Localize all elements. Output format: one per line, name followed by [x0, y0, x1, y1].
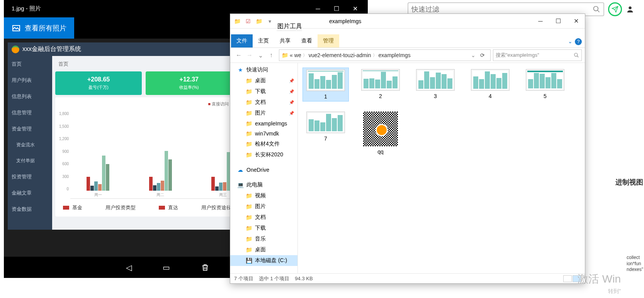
sidebar-item: 资金流水 [8, 137, 52, 153]
app-logo-icon [12, 46, 19, 53]
address-dropdown-icon[interactable]: ⌄ [471, 52, 476, 58]
tab-share[interactable]: 共享 [274, 34, 296, 47]
qat-folder[interactable]: 📁 [254, 17, 263, 26]
sidebar-item: 投资管理 [8, 169, 52, 185]
search-icon[interactable] [593, 5, 600, 13]
view-mode-label: 进制视图 [615, 178, 643, 187]
file-thumbnail[interactable]: 2 [357, 68, 404, 102]
help-icon[interactable]: ? [575, 38, 582, 45]
tab-home[interactable]: 主页 [253, 34, 274, 47]
status-item-count: 7 个项目 [234, 275, 253, 282]
nav-item[interactable]: 📁文档📌 [230, 97, 297, 108]
invest-type-label: 用户投资类型 [105, 204, 136, 211]
nav-item[interactable]: 📁exampleImgs [230, 119, 297, 129]
recent-dropdown[interactable]: ⌄ [255, 50, 266, 61]
breadcrumb-seg[interactable]: vue2-element-touzi-admin [309, 52, 371, 58]
sidebar-item: 信息管理 [8, 105, 52, 121]
file-area[interactable]: 123457qq [298, 63, 585, 273]
dashboard-title: xxx金融后台管理系统 [22, 45, 81, 53]
nav-this-pc[interactable]: 💻此电脑 [230, 179, 297, 190]
collection-button[interactable]: ▭ [163, 263, 170, 272]
minimize-button[interactable]: ─ [532, 15, 549, 27]
file-thumbnail[interactable]: 7 [302, 110, 349, 156]
bar-group: 周一 [70, 156, 126, 191]
filter-input[interactable] [411, 5, 593, 14]
maximize-button[interactable]: ☐ [549, 15, 567, 27]
user-icon[interactable] [626, 5, 634, 14]
forward-button[interactable]: → [244, 50, 255, 61]
address-bar[interactable]: 📁 « we 〉 vue2-element-touzi-admin 〉 exam… [279, 49, 491, 61]
nav-item[interactable]: 📁图片 [230, 201, 297, 212]
nav-pane[interactable]: ★快速访问 📁桌面📌📁下载📌📁文档📌📁图片📌📁exampleImgs📁win7v… [230, 63, 298, 273]
nav-item[interactable]: 📁文档 [230, 212, 297, 223]
folder-icon: 📁 [282, 52, 288, 58]
search-icon[interactable] [574, 52, 579, 58]
nav-item[interactable]: 📁桌面📌 [230, 75, 297, 86]
delete-button[interactable] [201, 263, 209, 272]
dashboard-sidebar: 首页 用户列表 信息列表 信息管理 资金管理 资金流水 支付单据 投资管理 金融… [8, 56, 52, 230]
explorer-title: exampleImgs [302, 18, 532, 24]
code-fragment: collection*funndexes" [627, 255, 643, 273]
sidebar-item: 信息列表 [8, 88, 52, 105]
file-thumbnail[interactable]: 3 [412, 68, 459, 102]
sidebar-item: 用户列表 [8, 72, 52, 88]
close-button[interactable]: ✕ [567, 15, 585, 27]
nav-item[interactable]: 📁下载📌 [230, 86, 297, 97]
tab-view[interactable]: 查看 [296, 34, 318, 47]
qat-dropdown[interactable]: ▾ [265, 17, 274, 26]
nav-item[interactable]: 📁下载 [230, 223, 297, 234]
nav-item[interactable]: 📁win7vmdk [230, 129, 297, 139]
refresh-button[interactable]: ⟳ [477, 52, 488, 58]
stat-card: +208.65盈亏(千万) [55, 71, 142, 95]
back-button[interactable]: ← [233, 50, 244, 61]
folder-icon[interactable]: 📁 [233, 17, 242, 26]
explorer-window: 📁 ☑ 📁 ▾ 图片工具 exampleImgs ─ ☐ ✕ 文件 主页 共享 … [230, 14, 585, 284]
breadcrumb-prefix[interactable]: « [290, 52, 293, 58]
sidebar-item: 资金管理 [8, 121, 52, 137]
tab-manage[interactable]: 管理 [318, 34, 339, 47]
svg-point-2 [629, 7, 631, 9]
svg-point-0 [594, 7, 598, 11]
legend-item: 直接访问 [208, 101, 229, 107]
sidebar-item: 资金数据 [8, 201, 52, 217]
explorer-search[interactable]: 搜索"exampleImgs" [493, 49, 582, 61]
invest-path-label: 用户投资途径 [201, 204, 231, 211]
context-tab-group: 图片工具 [277, 12, 302, 31]
file-thumbnail[interactable]: 4 [467, 68, 513, 102]
nav-quick-access[interactable]: ★快速访问 [230, 64, 297, 75]
view-all-label: 查看所有照片 [25, 24, 66, 33]
file-thumbnail[interactable]: qq [357, 110, 404, 156]
tab-file[interactable]: 文件 [231, 34, 253, 47]
svg-point-9 [574, 53, 578, 56]
status-size: 94.3 KB [295, 276, 313, 281]
nav-item[interactable]: 📁视频 [230, 190, 297, 201]
send-button[interactable] [608, 2, 622, 16]
nav-item[interactable]: 📁图片📌 [230, 108, 297, 119]
nav-item[interactable]: 💾本地磁盘 (C:) [230, 255, 297, 266]
minimize-button[interactable]: ─ [309, 3, 327, 15]
breadcrumb-seg[interactable]: exampleImgs [379, 52, 411, 58]
sidebar-item: 首页 [8, 56, 52, 72]
maximize-button[interactable]: ☐ [328, 3, 345, 15]
view-details-button[interactable] [563, 275, 572, 282]
qat-checkbox[interactable]: ☑ [243, 17, 253, 26]
nav-item[interactable]: 📁长安杯2020 [230, 149, 297, 160]
sidebar-item: 金融文章 [8, 185, 52, 201]
nav-item[interactable]: 📁音乐 [230, 234, 297, 244]
file-thumbnail[interactable]: 5 [522, 68, 568, 102]
prev-button[interactable]: ◁ [126, 263, 132, 272]
watermark: 激活 Win [578, 272, 621, 286]
photo-icon [12, 24, 21, 33]
svg-line-1 [598, 10, 600, 12]
close-button[interactable]: ✕ [346, 3, 364, 15]
view-all-photos-button[interactable]: 查看所有照片 [4, 17, 74, 39]
ribbon-expand-icon[interactable]: ⌄ [568, 38, 573, 45]
up-button[interactable]: ↑ [266, 50, 277, 61]
nav-item[interactable]: 📁桌面 [230, 244, 297, 255]
nav-item[interactable]: 📁检材4文件 [230, 139, 297, 149]
nav-onedrive[interactable]: ☁OneDrive [230, 165, 297, 175]
stat-card: +12.37收益率(%) [146, 71, 232, 95]
bar-group: 周二 [133, 151, 188, 191]
file-thumbnail[interactable]: 1 [302, 68, 349, 102]
breadcrumb-seg[interactable]: we [294, 52, 301, 58]
